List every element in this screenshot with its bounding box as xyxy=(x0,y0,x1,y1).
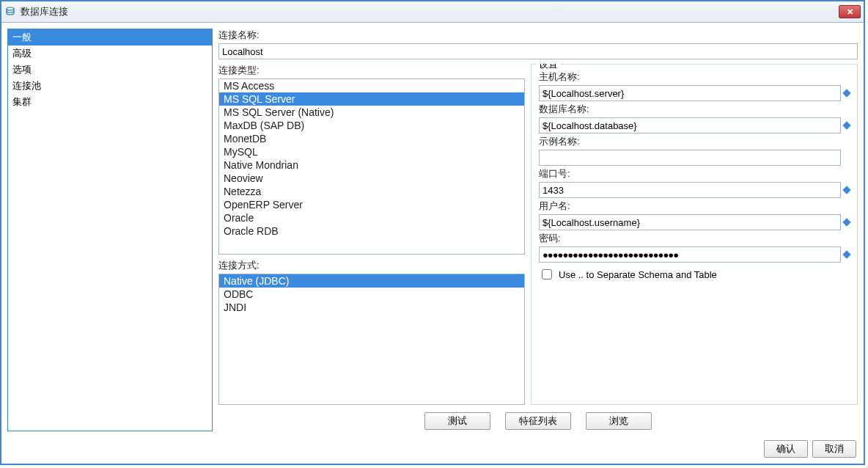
sidebar-item[interactable]: 选项 xyxy=(8,62,212,78)
connection-type-option[interactable]: MySQL xyxy=(219,145,524,158)
connection-type-option[interactable]: MS Access xyxy=(219,79,524,92)
separate-schema-row: Use .. to Separate Schema and Table xyxy=(539,267,850,282)
sidebar-item[interactable]: 高级 xyxy=(8,45,212,62)
port-label: 端口号: xyxy=(539,167,850,180)
test-button[interactable]: 测试 xyxy=(424,412,490,430)
variable-picker-icon[interactable] xyxy=(842,250,850,258)
variable-picker-icon[interactable] xyxy=(842,218,850,226)
settings-legend: 设置 xyxy=(536,64,561,71)
separate-schema-label: Use .. to Separate Schema and Table xyxy=(559,269,717,280)
variable-picker-icon[interactable] xyxy=(842,121,850,129)
connection-access-option[interactable]: Native (JDBC) xyxy=(219,274,524,288)
connection-type-listbox[interactable]: MS AccessMS SQL ServerMS SQL Server (Nat… xyxy=(218,78,525,255)
database-row: 数据库名称: xyxy=(539,103,850,134)
browse-button[interactable]: 浏览 xyxy=(586,412,652,430)
connection-name-label: 连接名称: xyxy=(218,29,858,42)
connection-type-label: 连接类型: xyxy=(218,64,525,77)
feature-list-button[interactable]: 特征列表 xyxy=(505,412,571,430)
database-label: 数据库名称: xyxy=(539,103,850,116)
sidebar-item[interactable]: 一般 xyxy=(8,29,212,45)
left-column: 连接类型: MS AccessMS SQL ServerMS SQL Serve… xyxy=(218,64,525,405)
dialog-body: 一般高级选项连接池集群 连接名称: 连接类型: MS AccessMS SQL … xyxy=(1,23,864,437)
variable-picker-icon[interactable] xyxy=(842,89,850,97)
dialog-footer: 确认 取消 xyxy=(1,437,864,464)
connection-access-option[interactable]: JNDI xyxy=(219,301,524,314)
settings-fieldset: 设置 主机名称: 数据库名称: xyxy=(531,64,858,405)
connection-access-listbox[interactable]: Native (JDBC)ODBCJNDI xyxy=(218,274,525,405)
instance-label: 示例名称: xyxy=(539,135,850,148)
two-column-area: 连接类型: MS AccessMS SQL ServerMS SQL Serve… xyxy=(218,64,858,405)
titlebar: 数据库连接 ✕ xyxy=(1,1,864,23)
ok-button[interactable]: 确认 xyxy=(764,440,808,458)
separate-schema-checkbox[interactable] xyxy=(542,269,552,279)
database-input[interactable] xyxy=(539,117,841,134)
connection-type-option[interactable]: OpenERP Server xyxy=(219,198,524,211)
close-icon: ✕ xyxy=(847,8,853,16)
cancel-button[interactable]: 取消 xyxy=(812,440,856,458)
connection-type-option[interactable]: Netezza xyxy=(219,185,524,198)
connection-type-option[interactable]: Neoview xyxy=(219,172,524,185)
sidebar-item[interactable]: 连接池 xyxy=(8,78,212,94)
category-sidebar[interactable]: 一般高级选项连接池集群 xyxy=(7,29,213,431)
connection-access-row: 连接方式: Native (JDBC)ODBCJNDI xyxy=(218,259,525,405)
instance-input[interactable] xyxy=(539,150,841,166)
connection-type-option[interactable]: MonetDB xyxy=(219,132,524,145)
connection-type-option[interactable]: Oracle RDB xyxy=(219,224,524,238)
right-column: 设置 主机名称: 数据库名称: xyxy=(531,64,858,405)
host-row: 主机名称: xyxy=(539,70,850,101)
action-buttons-row: 测试 特征列表 浏览 xyxy=(218,409,858,431)
password-label: 密码: xyxy=(539,232,850,245)
sidebar-item[interactable]: 集群 xyxy=(8,94,212,110)
port-input[interactable] xyxy=(539,182,841,198)
password-row: 密码: xyxy=(539,232,850,263)
host-input[interactable] xyxy=(539,85,841,101)
connection-type-option[interactable]: MaxDB (SAP DB) xyxy=(219,119,524,132)
close-button[interactable]: ✕ xyxy=(839,5,861,18)
svg-point-0 xyxy=(7,7,14,10)
main-panel: 连接名称: 连接类型: MS AccessMS SQL ServerMS SQL… xyxy=(218,29,858,431)
connection-type-option[interactable]: MS SQL Server (Native) xyxy=(219,106,524,119)
user-row: 用户名: xyxy=(539,200,850,230)
window-title: 数据库连接 xyxy=(21,5,839,18)
host-label: 主机名称: xyxy=(539,70,850,84)
dialog-window: 数据库连接 ✕ 一般高级选项连接池集群 连接名称: 连接类型: MS Acces… xyxy=(0,0,865,465)
connection-type-option[interactable]: Oracle xyxy=(219,211,524,224)
connection-name-row: 连接名称: xyxy=(218,29,858,59)
connection-type-option[interactable]: MS SQL Server xyxy=(219,92,524,106)
connection-access-option[interactable]: ODBC xyxy=(219,288,524,301)
instance-row: 示例名称: xyxy=(539,135,850,166)
database-icon xyxy=(4,6,16,18)
connection-type-option[interactable]: Native Mondrian xyxy=(219,158,524,172)
connection-name-input[interactable] xyxy=(218,43,858,59)
user-input[interactable] xyxy=(539,214,841,230)
connection-type-row: 连接类型: MS AccessMS SQL ServerMS SQL Serve… xyxy=(218,64,525,255)
connection-access-label: 连接方式: xyxy=(218,259,525,272)
user-label: 用户名: xyxy=(539,200,850,213)
variable-picker-icon[interactable] xyxy=(842,186,850,194)
password-input[interactable] xyxy=(539,246,841,263)
port-row: 端口号: xyxy=(539,167,850,198)
